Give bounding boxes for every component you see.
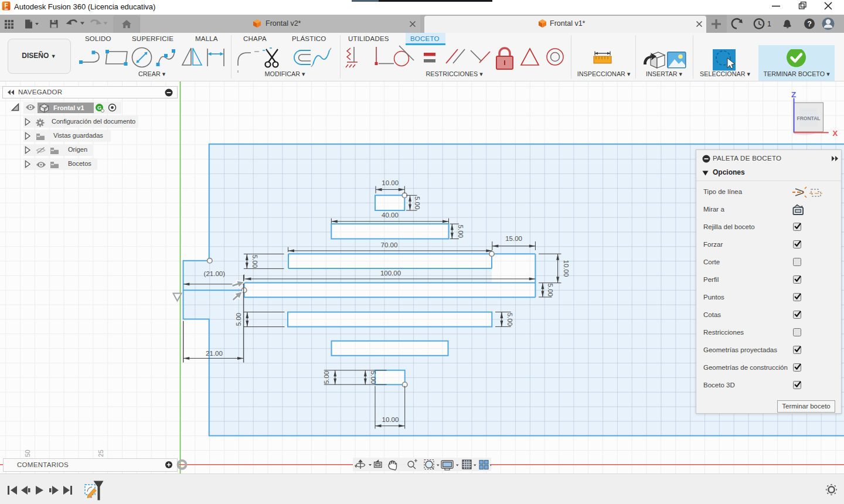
svg-text:Z: Z bbox=[791, 90, 796, 99]
svg-text:FRONTAL: FRONTAL bbox=[797, 115, 821, 121]
svg-text:40.00: 40.00 bbox=[382, 212, 399, 219]
svg-text:21.00: 21.00 bbox=[206, 350, 223, 357]
svg-text:10.00: 10.00 bbox=[563, 260, 570, 277]
svg-text:15.00: 15.00 bbox=[505, 235, 522, 242]
svg-text:5.00: 5.00 bbox=[370, 371, 377, 384]
svg-text:5.00: 5.00 bbox=[323, 371, 330, 384]
svg-text:G: G bbox=[97, 105, 101, 111]
svg-text:25: 25 bbox=[97, 449, 104, 457]
svg-text:5.00: 5.00 bbox=[235, 313, 242, 326]
svg-text:10.00: 10.00 bbox=[382, 416, 399, 423]
svg-text:1: 1 bbox=[767, 20, 771, 28]
svg-text:100.00: 100.00 bbox=[380, 270, 401, 277]
svg-text:5.00: 5.00 bbox=[547, 284, 554, 297]
svg-text:5.00: 5.00 bbox=[414, 196, 421, 209]
svg-text:5.00: 5.00 bbox=[457, 225, 464, 238]
svg-text:5.00: 5.00 bbox=[251, 255, 258, 268]
svg-text:50: 50 bbox=[24, 449, 31, 457]
svg-text:?: ? bbox=[807, 20, 812, 28]
svg-text:5.00: 5.00 bbox=[506, 313, 513, 326]
svg-text:70.00: 70.00 bbox=[381, 241, 398, 248]
svg-text:(21.00): (21.00) bbox=[204, 270, 226, 277]
svg-text:10.00: 10.00 bbox=[382, 179, 399, 186]
svg-text:X: X bbox=[833, 129, 838, 138]
svg-text:360: 360 bbox=[5, 8, 8, 11]
